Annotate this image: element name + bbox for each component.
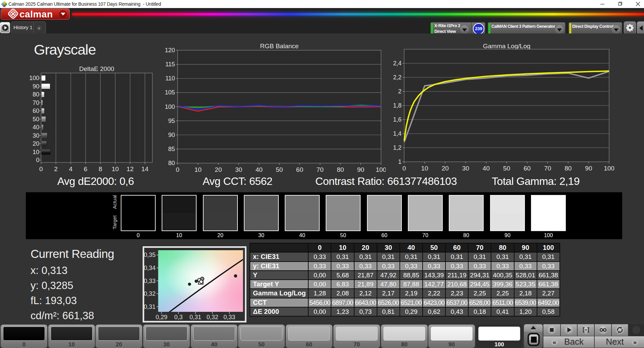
svg-text:100: 100 bbox=[29, 75, 39, 81]
svg-text:50: 50 bbox=[503, 165, 510, 172]
svg-text:0,32: 0,32 bbox=[144, 290, 156, 297]
svg-text:90: 90 bbox=[585, 165, 592, 172]
svg-text:80: 80 bbox=[337, 166, 344, 173]
svg-text:30: 30 bbox=[235, 166, 242, 173]
svg-text:2: 2 bbox=[398, 88, 401, 95]
svg-text:1,2: 1,2 bbox=[393, 144, 401, 151]
svg-text:60: 60 bbox=[33, 108, 39, 114]
svg-text:80: 80 bbox=[168, 160, 175, 166]
svg-text:60: 60 bbox=[296, 166, 303, 173]
svg-text:100: 100 bbox=[604, 165, 614, 172]
svg-text:60: 60 bbox=[524, 165, 531, 172]
svg-text:DeltaE 2000: DeltaE 2000 bbox=[79, 65, 114, 72]
svg-text:90: 90 bbox=[357, 166, 364, 173]
svg-text:80: 80 bbox=[33, 91, 39, 98]
svg-text:0,34: 0,34 bbox=[144, 265, 156, 271]
svg-text:20: 20 bbox=[442, 165, 449, 172]
svg-text:1: 1 bbox=[398, 158, 401, 165]
svg-text:0: 0 bbox=[176, 166, 179, 173]
svg-text:0,33: 0,33 bbox=[144, 278, 156, 284]
svg-text:0,31: 0,31 bbox=[144, 303, 156, 310]
svg-text:50: 50 bbox=[276, 166, 283, 173]
svg-text:10: 10 bbox=[421, 165, 428, 172]
svg-text:Actual: Actual bbox=[112, 195, 117, 209]
svg-text:10: 10 bbox=[112, 165, 119, 172]
svg-text:95: 95 bbox=[168, 118, 175, 124]
svg-text:20: 20 bbox=[215, 166, 222, 173]
svg-text:0,33: 0,33 bbox=[223, 314, 235, 321]
svg-text:1,8: 1,8 bbox=[393, 102, 401, 109]
svg-text:1,6: 1,6 bbox=[393, 116, 401, 123]
svg-text:80: 80 bbox=[565, 165, 572, 172]
svg-text:6: 6 bbox=[84, 165, 88, 172]
svg-text:0,31: 0,31 bbox=[190, 314, 201, 321]
svg-text:100: 100 bbox=[376, 166, 386, 173]
svg-text:2,2: 2,2 bbox=[393, 74, 401, 81]
svg-text:0,35: 0,35 bbox=[144, 252, 156, 258]
svg-text:2,4: 2,4 bbox=[393, 60, 401, 67]
svg-text:105: 105 bbox=[165, 89, 175, 96]
svg-text:90: 90 bbox=[33, 83, 39, 90]
svg-text:100: 100 bbox=[165, 103, 175, 110]
svg-text:2: 2 bbox=[54, 165, 58, 172]
svg-text:8: 8 bbox=[99, 165, 102, 172]
svg-text:50: 50 bbox=[33, 116, 39, 123]
svg-text:0: 0 bbox=[39, 165, 43, 172]
svg-text:RGB Balance: RGB Balance bbox=[260, 43, 299, 50]
svg-text:14: 14 bbox=[142, 165, 149, 172]
svg-text:12: 12 bbox=[126, 165, 133, 172]
svg-text:«: « bbox=[553, 339, 556, 346]
svg-text:40: 40 bbox=[33, 124, 39, 131]
svg-text:30: 30 bbox=[33, 132, 39, 139]
svg-text:70: 70 bbox=[33, 99, 39, 106]
svg-text:90: 90 bbox=[168, 132, 175, 138]
svg-text:Next: Next bbox=[606, 337, 624, 347]
svg-text:120: 120 bbox=[165, 47, 175, 54]
svg-text:»: » bbox=[633, 339, 637, 346]
svg-text:0: 0 bbox=[36, 157, 39, 163]
svg-text:0: 0 bbox=[402, 165, 406, 172]
svg-text:Target: Target bbox=[112, 215, 117, 229]
svg-text:110: 110 bbox=[165, 75, 175, 82]
svg-text:Back: Back bbox=[564, 337, 584, 347]
svg-text:70: 70 bbox=[317, 166, 324, 173]
svg-text:10: 10 bbox=[33, 149, 39, 155]
svg-text:0,32: 0,32 bbox=[207, 314, 218, 321]
svg-text:85: 85 bbox=[168, 146, 175, 152]
svg-text:0,29: 0,29 bbox=[156, 314, 167, 321]
svg-text:115: 115 bbox=[165, 61, 175, 68]
svg-text:1,4: 1,4 bbox=[393, 130, 401, 137]
svg-text:Gamma Log/Log: Gamma Log/Log bbox=[483, 43, 531, 50]
svg-text:70: 70 bbox=[544, 165, 551, 172]
svg-text:30: 30 bbox=[462, 165, 469, 172]
svg-text:0,3: 0,3 bbox=[174, 314, 182, 321]
svg-text:40: 40 bbox=[256, 166, 263, 173]
svg-text:10: 10 bbox=[195, 166, 202, 173]
svg-text:20: 20 bbox=[33, 140, 39, 147]
svg-text:40: 40 bbox=[483, 165, 490, 172]
svg-text:4: 4 bbox=[69, 165, 73, 172]
